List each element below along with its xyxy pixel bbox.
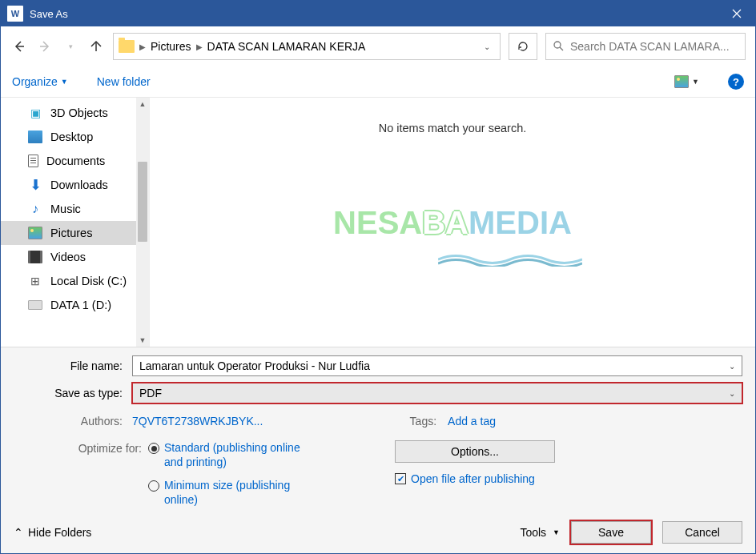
new-folder-button[interactable]: New folder — [97, 75, 151, 88]
sidebar-item-label: Music — [50, 203, 81, 215]
authors-value[interactable]: 7QVT6T2738WRKJBYK... — [132, 415, 263, 428]
watermark-logo: NESABAMEDIA — [333, 204, 572, 240]
cancel-button[interactable]: Cancel — [662, 521, 742, 544]
music-icon: ♪ — [28, 203, 42, 215]
chevron-down-icon[interactable]: ⌄ — [729, 389, 735, 398]
tools-label: Tools — [520, 526, 546, 539]
breadcrumb-current[interactable]: DATA SCAN LAMARAN KERJA — [207, 40, 366, 53]
scroll-down-button[interactable]: ▼ — [136, 334, 149, 347]
save-as-type-label: Save as type: — [14, 387, 126, 399]
drive-icon — [28, 300, 42, 310]
videos-icon — [28, 251, 42, 263]
up-button[interactable] — [87, 38, 105, 55]
empty-search-message: No items match your search. — [379, 122, 527, 134]
folder-icon — [119, 40, 135, 53]
sidebar-item-data-1-d[interactable]: DATA 1 (D:) — [1, 293, 136, 317]
refresh-button[interactable] — [509, 33, 537, 60]
save-button[interactable]: Save — [571, 521, 651, 544]
breadcrumb-pictures[interactable]: Pictures — [151, 40, 191, 53]
navigation-row: ▾ ▶ Pictures ▶ DATA SCAN LAMARAN KERJA ⌄ — [1, 26, 755, 66]
sidebar-item-music[interactable]: ♪ Music — [1, 197, 136, 221]
sidebar-item-label: Downloads — [50, 179, 108, 191]
watermark-wave — [438, 252, 582, 267]
options-button[interactable]: Options... — [395, 440, 555, 463]
view-icon — [674, 75, 689, 88]
sidebar-scrollbar[interactable]: ▲ ▼ — [136, 98, 149, 347]
word-app-icon: W — [7, 6, 23, 22]
sidebar-item-label: DATA 1 (D:) — [50, 299, 111, 311]
tags-label: Tags: — [396, 415, 441, 428]
documents-icon — [28, 155, 38, 167]
scroll-up-button[interactable]: ▲ — [136, 98, 149, 110]
optimize-for-label: Optimize for: — [14, 440, 142, 455]
window-title: Save As — [30, 8, 718, 20]
sidebar-item-label: Pictures — [50, 227, 92, 239]
sidebar-item-pictures[interactable]: Pictures — [1, 221, 136, 245]
open-after-publishing-checkbox[interactable]: ✔ — [395, 473, 406, 484]
help-button[interactable]: ? — [728, 74, 744, 90]
desktop-icon — [28, 130, 42, 143]
file-name-value: Lamaran untuk Operator Produksi - Nur Lu… — [139, 359, 370, 372]
back-button[interactable] — [10, 38, 28, 55]
folder-tree: ▣ 3D Objects Desktop Documents ⬇ Downloa… — [1, 98, 150, 347]
tools-menu[interactable]: Tools ▼ — [520, 526, 560, 539]
footer: ⌃ Hide Folders Tools ▼ Save Cancel — [1, 512, 755, 553]
sidebar-item-label: Local Disk (C:) — [50, 275, 127, 287]
sidebar-item-local-disk-c[interactable]: ⊞ Local Disk (C:) — [1, 269, 136, 293]
pictures-icon — [28, 227, 42, 239]
address-dropdown-button[interactable]: ⌄ — [479, 42, 495, 51]
recent-locations-button[interactable]: ▾ — [62, 38, 79, 55]
chevron-down-icon: ▼ — [61, 78, 68, 86]
main-pane: ▣ 3D Objects Desktop Documents ⬇ Downloa… — [1, 97, 755, 347]
forward-button[interactable] — [36, 38, 54, 55]
chevron-down-icon: ▼ — [692, 78, 699, 86]
chevron-down-icon[interactable]: ⌄ — [729, 362, 735, 371]
toolbar: Organize ▼ New folder ▼ ? — [1, 66, 755, 97]
sidebar-item-downloads[interactable]: ⬇ Downloads — [1, 173, 136, 197]
sidebar-item-3d-objects[interactable]: ▣ 3D Objects — [1, 101, 136, 125]
sidebar-item-label: Desktop — [50, 130, 93, 143]
optimize-standard-radio[interactable] — [148, 443, 159, 454]
view-options-button[interactable]: ▼ — [674, 75, 699, 88]
save-as-type-value: PDF — [139, 387, 162, 399]
search-input[interactable] — [570, 40, 738, 53]
save-as-dialog: W Save As ▾ ▶ Pictures ▶ DATA SCAN LAMAR… — [0, 0, 756, 554]
hide-folders-label: Hide Folders — [28, 526, 91, 539]
sidebar-item-videos[interactable]: Videos — [1, 245, 136, 269]
sidebar-item-label: 3D Objects — [50, 106, 108, 119]
chevron-right-icon[interactable]: ▶ — [139, 42, 146, 51]
scrollbar-thumb[interactable] — [138, 162, 147, 242]
add-tag-link[interactable]: Add a tag — [448, 415, 496, 428]
sidebar-item-label: Documents — [46, 155, 105, 167]
authors-label: Authors: — [14, 415, 126, 428]
open-after-publishing-label[interactable]: Open file after publishing — [411, 472, 535, 485]
close-button[interactable] — [718, 1, 755, 26]
title-bar: W Save As — [1, 1, 755, 26]
sidebar-item-documents[interactable]: Documents — [1, 149, 136, 173]
optimize-minimum-label[interactable]: Minimum size (publishing online) — [164, 478, 308, 507]
optimize-standard-label[interactable]: Standard (publishing online and printing… — [164, 440, 308, 469]
optimize-minimum-radio[interactable] — [148, 480, 159, 492]
file-name-label: File name: — [14, 359, 126, 372]
file-name-input[interactable]: Lamaran untuk Operator Produksi - Nur Lu… — [132, 355, 742, 376]
3d-objects-icon: ▣ — [28, 106, 42, 119]
disk-icon: ⊞ — [28, 275, 42, 287]
chevron-right-icon[interactable]: ▶ — [196, 42, 203, 51]
optimize-radio-group: Standard (publishing online and printing… — [148, 440, 308, 507]
svg-point-0 — [554, 42, 561, 48]
chevron-up-icon: ⌃ — [14, 526, 23, 539]
sidebar-item-desktop[interactable]: Desktop — [1, 125, 136, 149]
save-as-type-select[interactable]: PDF ⌄ — [132, 383, 742, 403]
hide-folders-button[interactable]: ⌃ Hide Folders — [14, 526, 91, 539]
search-icon — [553, 40, 564, 54]
sidebar-item-label: Videos — [50, 251, 86, 263]
organize-menu[interactable]: Organize ▼ — [12, 75, 68, 88]
search-box[interactable] — [545, 33, 746, 60]
organize-label: Organize — [12, 75, 58, 88]
file-list-area: No items match your search. NESABAMEDIA — [150, 98, 755, 347]
downloads-icon: ⬇ — [28, 179, 42, 191]
chevron-down-icon: ▼ — [553, 528, 560, 536]
address-bar[interactable]: ▶ Pictures ▶ DATA SCAN LAMARAN KERJA ⌄ — [113, 33, 501, 60]
form-area: File name: Lamaran untuk Operator Produk… — [1, 347, 755, 512]
